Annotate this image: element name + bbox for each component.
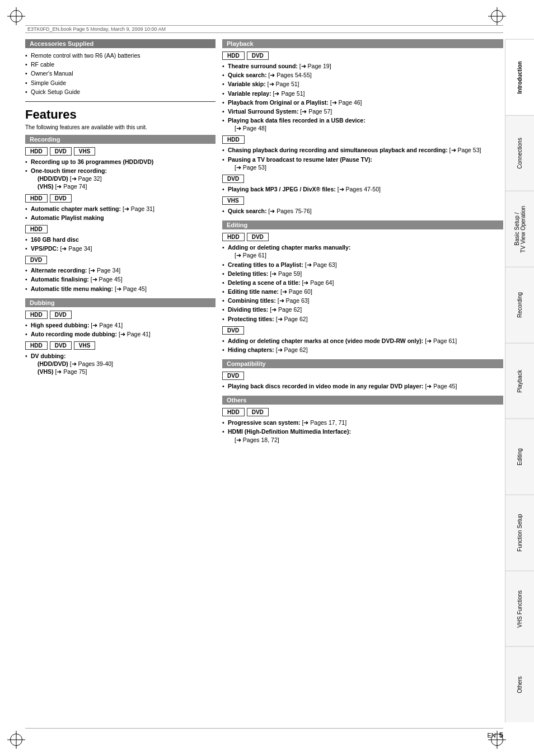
list-item: Virtual Surround System: [➜ Page 57] [222, 107, 503, 115]
sidebar-tab-introduction[interactable]: Introduction [505, 39, 534, 115]
right-column: Playback HDD DVD Theatre surround sound:… [222, 39, 503, 722]
list-item: Playing back data files recorded in a US… [222, 116, 503, 132]
sidebar-tab-basic-setup[interactable]: Basic Setup /TV View Operation [505, 191, 534, 267]
recording-list-2: Automatic chapter mark setting: [➜ Page … [25, 205, 216, 222]
badge-hdd: HDD [25, 225, 48, 233]
divider [25, 101, 216, 102]
list-item: Pausing a TV broadcast to resume later (… [222, 156, 503, 171]
list-item: Owner's Manual [25, 69, 216, 77]
list-item: Variable skip: [➜ Page 51] [222, 80, 503, 88]
list-item: Creating titles to a Playlist: [➜ Page 6… [222, 261, 503, 269]
editing-badges-2: DVD [222, 326, 503, 335]
list-item: VPS/PDC: [➜ Page 34] [25, 245, 216, 252]
compatibility-list-1: Playing back discs recorded in video mod… [222, 382, 503, 390]
list-item: Quick search: [➜ Pages 75-76] [222, 207, 503, 215]
list-item: Quick search: [➜ Pages 54-55] [222, 71, 503, 79]
list-item: Quick Setup Guide [25, 88, 216, 96]
badge-hdd: HDD [25, 341, 48, 350]
others-header: Others [222, 396, 503, 405]
others-badges-1: HDD DVD [222, 408, 503, 416]
list-item: Editing title name: [➜ Page 60] [222, 288, 503, 295]
dubbing-list-2: DV dubbing: (HDD/DVD) [➜ Pages 39-40] (V… [25, 352, 216, 376]
list-item: HDMI (High-Definition Multimedia Interfa… [222, 428, 503, 443]
left-column: Accessories Supplied Remote control with… [25, 39, 216, 722]
recording-section: Recording HDD DVD VHS Recording up to 36… [25, 135, 216, 293]
badge-dvd: DVD [50, 147, 72, 156]
dubbing-section: Dubbing HDD DVD High speed dubbing: [➜ P… [25, 298, 216, 376]
en-label: EN [487, 732, 495, 739]
recording-header: Recording [25, 135, 216, 144]
playback-badges-1: HDD DVD [222, 51, 503, 60]
dubbing-list-1: High speed dubbing: [➜ Page 41] Auto rec… [25, 321, 216, 338]
features-subtitle: The following features are available wit… [25, 124, 216, 130]
sidebar-tab-recording[interactable]: Recording [505, 267, 534, 343]
recording-badges-3: HDD [25, 225, 216, 233]
recording-list-1: Recording up to 36 programmes (HDD/DVD) … [25, 158, 216, 191]
features-title: Features [25, 107, 216, 122]
playback-badges-3: DVD [222, 175, 503, 183]
sidebar-tab-editing[interactable]: Editing [505, 419, 534, 495]
recording-list-4: Alternate recording: [➜ Page 34] Automat… [25, 266, 216, 293]
page-wrapper: E3TK0FD_EN.book Page 5 Monday, March 9, … [0, 0, 534, 756]
list-item: Automatic title menu making: [➜ Page 45] [25, 285, 216, 293]
badge-hdd: HDD [25, 147, 48, 156]
sidebar-tab-playback[interactable]: Playback [505, 343, 534, 419]
sidebar-tab-others[interactable]: Others [505, 646, 534, 722]
compatibility-badges-1: DVD [222, 372, 503, 380]
list-item: 160 GB hard disc [25, 236, 216, 243]
list-item: Playing back discs recorded in video mod… [222, 382, 503, 390]
content-area: Accessories Supplied Remote control with… [25, 39, 503, 722]
recording-badges-4: DVD [25, 256, 216, 264]
list-item: Combining titles: [➜ Page 63] [222, 297, 503, 304]
badge-dvd: DVD [50, 311, 72, 319]
badge-dvd: DVD [222, 175, 244, 183]
list-item: Remote control with two R6 (AA) batterie… [25, 51, 216, 59]
badge-hdd: HDD [25, 311, 48, 319]
list-item: Deleting titles: [➜ Page 59] [222, 270, 503, 278]
accessories-list: Remote control with two R6 (AA) batterie… [25, 51, 216, 96]
badge-hdd: HDD [25, 194, 48, 203]
playback-list-1: Theatre surround sound: [➜ Page 19] Quic… [222, 62, 503, 132]
list-item: Protecting titles: [➜ Page 62] [222, 315, 503, 323]
sidebar-tab-function-setup[interactable]: Function Setup [505, 495, 534, 571]
sidebar-tab-connections[interactable]: Connections [505, 115, 534, 191]
compatibility-section: Compatibility DVD Playing back discs rec… [222, 359, 503, 390]
header-text: E3TK0FD_EN.book Page 5 Monday, March 9, … [27, 26, 166, 32]
list-item: Alternate recording: [➜ Page 34] [25, 266, 216, 274]
others-list-1: Progressive scan system: [➜ Pages 17, 71… [222, 419, 503, 444]
badge-hdd: HDD [222, 233, 245, 241]
list-item: Variable replay: [➜ Page 51] [222, 90, 503, 97]
playback-section: Playback HDD DVD Theatre surround sound:… [222, 39, 503, 215]
list-item: Recording up to 36 programmes (HDD/DVD) [25, 158, 216, 166]
accessories-section: Accessories Supplied Remote control with… [25, 39, 216, 96]
sidebar-tab-vhs-functions[interactable]: VHS Functions [505, 571, 534, 647]
badge-vhs: VHS [222, 196, 244, 205]
badge-dvd: DVD [50, 194, 72, 203]
dubbing-header: Dubbing [25, 298, 216, 307]
page-number: 5 [499, 731, 503, 739]
list-item: Playback from Original or a Playlist: [➜… [222, 98, 503, 106]
list-item: Deleting a scene of a title: [➜ Page 64] [222, 279, 503, 287]
list-item: DV dubbing: (HDD/DVD) [➜ Pages 39-40] (V… [25, 352, 216, 376]
right-sidebar: Introduction Connections Basic Setup /TV… [505, 39, 534, 722]
playback-list-2: Chasing playback during recording and si… [222, 146, 503, 171]
list-item: Chasing playback during recording and si… [222, 146, 503, 154]
badge-hdd: HDD [222, 51, 245, 60]
editing-list-2: Adding or deleting chapter marks at once… [222, 337, 503, 354]
playback-header: Playback [222, 39, 503, 48]
list-item: Progressive scan system: [➜ Pages 17, 71… [222, 419, 503, 426]
badge-dvd: DVD [247, 233, 269, 241]
playback-badges-4: VHS [222, 196, 503, 205]
list-item: Automatic chapter mark setting: [➜ Page … [25, 205, 216, 213]
badge-dvd: DVD [222, 326, 244, 335]
badge-hdd: HDD [222, 408, 245, 416]
badge-vhs: VHS [74, 341, 96, 350]
playback-list-3: Playing back MP3 / JPEG / DivX® files: [… [222, 185, 503, 193]
header-bar: E3TK0FD_EN.book Page 5 Monday, March 9, … [25, 25, 503, 33]
list-item: One-touch timer recording: (HDD/DVD) [➜ … [25, 167, 216, 191]
list-item: Automatic finalising: [➜ Page 45] [25, 275, 216, 283]
recording-list-3: 160 GB hard disc VPS/PDC: [➜ Page 34] [25, 236, 216, 252]
badge-dvd: DVD [247, 408, 269, 416]
dubbing-badges-2: HDD DVD VHS [25, 341, 216, 350]
badge-vhs: VHS [74, 147, 96, 156]
